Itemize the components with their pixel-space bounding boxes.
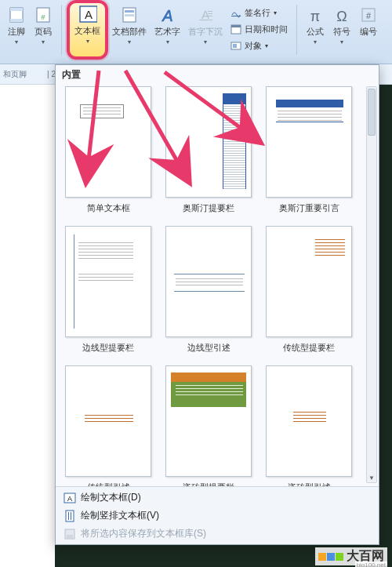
svg-rect-8 [125, 10, 134, 13]
svg-rect-2 [10, 19, 23, 22]
number-icon: # [359, 5, 378, 24]
gallery-item-border-sidebar[interactable]: 边线型提要栏 [62, 226, 154, 361]
separator [61, 5, 62, 55]
gallery-item-traditional-quote[interactable]: 传统型引述 [62, 365, 154, 486]
caption: 简单文本框 [87, 202, 130, 214]
svg-rect-28 [68, 512, 69, 520]
number-button[interactable]: # 编号 [355, 3, 382, 56]
save-to-gallery-menu[interactable]: 将所选内容保存到文本框库(S) [56, 525, 379, 543]
label: 注脚 [8, 26, 25, 38]
textbox-button[interactable]: A 文本框 ▾ [67, 0, 108, 60]
watermark-url: big100.net [355, 562, 387, 567]
svg-text:#: # [366, 11, 372, 20]
scroll-down-icon[interactable]: ▼ [367, 473, 376, 482]
label: 页码 [34, 26, 52, 38]
draw-vertical-textbox-menu[interactable]: 绘制竖排文本框(V) [56, 507, 379, 525]
gallery-grid: 简单文本框 奥斯汀提要栏 奥斯汀重要引言 [62, 83, 365, 486]
thumbnail [65, 226, 151, 337]
separator [296, 5, 297, 55]
svg-rect-15 [199, 20, 212, 20]
chevron-down-icon: ▾ [128, 38, 131, 45]
svg-rect-20 [233, 44, 237, 48]
page-number-icon: # [34, 5, 53, 24]
label: 符号 [333, 26, 350, 38]
label: 艺术字 [154, 26, 180, 38]
chevron-down-icon: ▾ [340, 38, 343, 45]
label: 绘制文本框(D) [81, 491, 141, 504]
ribbon: 注脚 ▾ # 页码 ▾ A 文本框 ▾ 文档部件 ▾ [0, 0, 392, 64]
header-footer-icon [7, 5, 26, 24]
svg-rect-27 [66, 511, 74, 522]
save-icon [64, 528, 76, 540]
thumbnail [266, 226, 352, 337]
gallery-item-tile-quote[interactable]: 瓷砖型引述 [263, 365, 355, 486]
wordart-button[interactable]: A 艺术字 ▾ [151, 3, 184, 56]
textbox-icon: A [64, 492, 76, 504]
thumbnail [165, 226, 252, 337]
gallery-section-header: 内置 [56, 65, 379, 83]
gallery-item-tile-sidebar[interactable]: 瓷砖型提要栏 [162, 365, 255, 486]
svg-text:A: A [162, 7, 172, 24]
header-footer-button[interactable]: 注脚 ▾ [3, 3, 30, 56]
caption: 传统型提要栏 [283, 342, 335, 354]
svg-text:Ω: Ω [336, 9, 347, 24]
date-time-button[interactable]: 日期和时间 [227, 21, 292, 37]
caption: 奥斯汀提要栏 [183, 202, 234, 214]
thumbnail [165, 86, 252, 198]
thumbnail [165, 365, 252, 477]
caption: 传统型引述 [87, 482, 130, 486]
label: 将所选内容保存到文本框库(S) [81, 527, 206, 540]
thumbnail [266, 365, 352, 477]
ruler-label: 和页脚 [3, 69, 27, 80]
equation-button[interactable]: π 公式 ▾ [302, 3, 328, 56]
object-button[interactable]: 对象 ▾ [227, 38, 292, 53]
caption: 瓷砖型提要栏 [183, 482, 234, 486]
document-edge [0, 85, 55, 567]
chevron-down-icon: ▾ [314, 38, 317, 45]
object-icon [230, 40, 241, 51]
symbol-button[interactable]: Ω 符号 ▾ [328, 3, 355, 56]
label: 文本框 [74, 25, 100, 37]
chevron-down-icon: ▾ [42, 38, 45, 45]
gallery-item-border-quote[interactable]: 边线型引述 [162, 226, 255, 361]
caption: 边线型提要栏 [82, 342, 134, 354]
page-number-button[interactable]: # 页码 ▾ [30, 3, 56, 56]
gallery-item-simple-textbox[interactable]: 简单文本框 [62, 86, 154, 221]
signature-line-button[interactable]: 签名行 ▾ [227, 5, 292, 20]
label: 首字下沉 [188, 26, 223, 38]
svg-text:A: A [67, 495, 72, 503]
wordart-icon: A [158, 5, 177, 24]
caption: 奥斯汀重要引言 [279, 202, 339, 214]
gallery-footer: A 绘制文本框(D) 绘制竖排文本框(V) 将所选内容保存到文本框库(S) [56, 486, 379, 544]
svg-rect-14 [208, 16, 212, 16]
scroll-thumb[interactable] [368, 89, 376, 136]
draw-textbox-menu[interactable]: A 绘制文本框(D) [56, 489, 379, 507]
svg-rect-16 [231, 16, 241, 16]
gallery-item-austin-sidebar[interactable]: 奥斯汀提要栏 [162, 86, 255, 221]
drop-cap-icon: A [196, 5, 215, 24]
chevron-down-icon: ▾ [15, 38, 18, 45]
gallery-item-traditional-sidebar[interactable]: 传统型提要栏 [263, 226, 355, 361]
svg-rect-9 [125, 14, 134, 16]
svg-rect-29 [71, 512, 71, 520]
svg-text:A: A [84, 8, 92, 21]
svg-text:#: # [41, 13, 45, 21]
label: 签名行 [245, 7, 270, 19]
quick-parts-button[interactable]: 文档部件 ▾ [108, 3, 151, 56]
thumbnail [266, 86, 352, 198]
label: 对象 [245, 40, 262, 52]
label: 日期和时间 [245, 24, 288, 35]
svg-rect-13 [208, 13, 212, 14]
chevron-down-icon: ▾ [166, 38, 169, 45]
gallery-scrollbar[interactable]: ▲ ▼ [366, 86, 377, 483]
svg-rect-1 [10, 8, 23, 11]
gallery-item-austin-quote[interactable]: 奥斯汀重要引言 [263, 86, 355, 221]
textbox-icon: A [78, 5, 97, 24]
equation-icon: π [306, 5, 325, 24]
chevron-down-icon: ▾ [86, 38, 89, 45]
thumbnail [65, 86, 151, 198]
drop-cap-button[interactable]: A 首字下沉 ▾ [184, 3, 227, 56]
signature-icon [230, 7, 241, 18]
label: 绘制竖排文本框(V) [81, 509, 159, 522]
textbox-gallery: 内置 简单文本框 奥斯汀提要栏 [55, 64, 379, 545]
